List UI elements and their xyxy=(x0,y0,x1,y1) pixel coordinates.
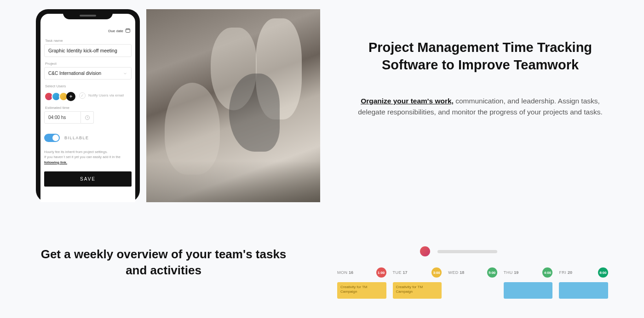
user-avatars: + xyxy=(44,92,75,101)
hero-photo xyxy=(146,9,320,202)
hours-badge: 5:00 xyxy=(487,267,497,278)
day-column: TUE 173:00Creativity for TM Campaign xyxy=(393,267,442,299)
day-header: WED 185:00 xyxy=(448,267,497,278)
hours-badge: 1:00 xyxy=(376,267,386,278)
weekly-timeline: MON 161:00Creativity for TM CampaignTUE … xyxy=(337,246,608,299)
day-label: THU 19 xyxy=(504,270,519,275)
following-link[interactable]: following link. xyxy=(44,160,67,165)
task-name-input[interactable]: Graphic Identity kick-off meeting xyxy=(44,44,132,57)
save-button[interactable]: SAVE xyxy=(44,171,132,187)
project-select[interactable]: C&C International division xyxy=(44,67,132,80)
task-card[interactable]: Creativity for TM Campaign xyxy=(393,282,442,299)
day-column: WED 185:00 xyxy=(448,267,497,299)
day-label: WED 18 xyxy=(448,270,464,275)
task-card[interactable]: Creativity for TM Campaign xyxy=(337,282,386,299)
task-card[interactable] xyxy=(504,282,553,299)
chevron-down-icon xyxy=(123,71,127,76)
calendar-icon[interactable] xyxy=(125,28,131,34)
svg-rect-0 xyxy=(126,29,130,33)
hours-badge: 6:00 xyxy=(598,267,608,278)
hero-heading: Project Management Time Tracking Softwar… xyxy=(352,39,608,74)
estimated-time-input[interactable]: 04:00 hs xyxy=(44,111,81,124)
project-label: Project xyxy=(45,62,131,66)
clock-icon xyxy=(85,115,90,120)
progress-bar xyxy=(437,250,497,253)
hours-badge: 4:00 xyxy=(542,267,552,278)
day-label: MON 16 xyxy=(337,270,353,275)
day-column: FRI 206:00 xyxy=(559,267,608,299)
notify-users-option[interactable]: ✓ Notify Users via email xyxy=(79,92,124,99)
billable-toggle[interactable] xyxy=(44,134,60,142)
hero-media: Due date Task name Graphic Identity kick… xyxy=(36,9,320,202)
estimated-time-label: Estimated time xyxy=(45,106,131,110)
time-picker-button[interactable] xyxy=(81,111,94,124)
hours-badge: 3:00 xyxy=(431,267,442,278)
due-date-row: Due date xyxy=(44,28,132,34)
task-card[interactable] xyxy=(559,282,608,299)
hero-text: Project Management Time Tracking Softwar… xyxy=(352,9,608,202)
weekly-section: Get a weekly overview of your team's tas… xyxy=(0,230,644,299)
billable-label: BILLABLE xyxy=(64,136,89,140)
select-users-label: Select Users xyxy=(45,84,131,88)
day-column: MON 161:00Creativity for TM Campaign xyxy=(337,267,386,299)
hero-section: Due date Task name Graphic Identity kick… xyxy=(0,0,644,230)
avatar xyxy=(420,246,430,256)
task-name-label: Task name xyxy=(45,39,131,43)
add-user-button[interactable]: + xyxy=(66,92,75,101)
hourly-fee-hint: Hourly fee its inherit from project sett… xyxy=(44,149,132,165)
weekly-heading: Get a weekly overview of your team's tas… xyxy=(36,246,291,278)
day-label: FRI 20 xyxy=(559,270,572,275)
phone-screen: Due date Task name Graphic Identity kick… xyxy=(40,14,135,202)
phone-mockup: Due date Task name Graphic Identity kick… xyxy=(36,9,140,202)
day-header: FRI 206:00 xyxy=(559,267,608,278)
day-header: THU 194:00 xyxy=(504,267,553,278)
day-label: TUE 17 xyxy=(393,270,408,275)
check-icon: ✓ xyxy=(79,92,86,99)
day-header: MON 161:00 xyxy=(337,267,386,278)
due-date-label: Due date xyxy=(109,29,123,33)
day-header: TUE 173:00 xyxy=(393,267,442,278)
day-column: THU 194:00 xyxy=(504,267,553,299)
hero-body: Organize your team's work, communication… xyxy=(352,96,608,117)
